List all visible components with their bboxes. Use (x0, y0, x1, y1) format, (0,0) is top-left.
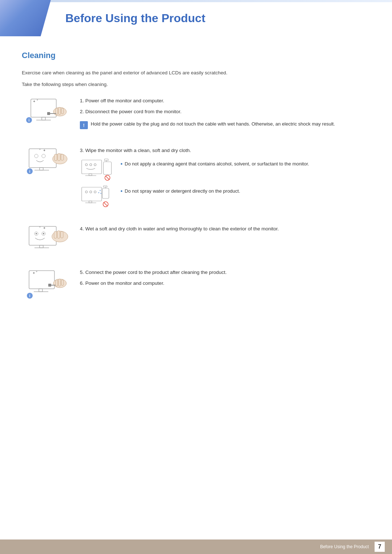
svg-rect-23 (61, 154, 64, 160)
step-text-4: 4. Wet a soft and dry cloth in water and… (80, 225, 370, 233)
svg-rect-8 (47, 112, 50, 115)
svg-rect-16 (40, 168, 43, 170)
svg-rect-39 (82, 187, 102, 201)
bullet-item-2: • Do not spray water or detergent direct… (121, 188, 370, 196)
svg-rect-63 (61, 231, 63, 238)
bullet-row-1: • Do not apply a cleaning agent that con… (80, 158, 370, 182)
header-accent (0, 0, 51, 36)
svg-rect-21 (54, 154, 57, 161)
svg-text:✦: ✦ (43, 226, 46, 230)
step-content-3: 3. Wipe the monitor with a clean, soft a… (80, 145, 370, 213)
svg-point-32 (90, 164, 92, 166)
svg-rect-45 (102, 188, 109, 198)
page-footer: Before Using the Product 7 (0, 539, 392, 554)
svg-rect-22 (58, 153, 60, 161)
svg-rect-67 (39, 289, 42, 292)
step-text-1b: 2. Disconnect the power cord from the mo… (80, 108, 370, 116)
step-image-56: i ✦ ✦ (22, 267, 73, 303)
warning-text-1: Hold the power cable by the plug and do … (91, 120, 335, 128)
svg-text:!: ! (83, 123, 85, 128)
svg-rect-71 (58, 279, 61, 286)
svg-rect-62 (57, 231, 60, 238)
step-row-56: i ✦ ✦ 5. Connect the power cord to the p… (22, 267, 370, 303)
page-header: Before Using the Product (0, 0, 392, 36)
svg-text:✦: ✦ (43, 148, 46, 152)
svg-rect-34 (103, 162, 111, 175)
svg-text:i: i (29, 169, 30, 173)
header-stripe (0, 0, 392, 2)
bullet-dot-2: • (121, 187, 123, 196)
svg-rect-54 (40, 245, 43, 248)
svg-rect-70 (56, 280, 58, 286)
svg-line-38 (106, 176, 109, 180)
svg-point-31 (85, 164, 87, 166)
warning-box-1: ! Hold the power cable by the plug and d… (80, 118, 370, 131)
step-row-4: ✦ ✦ 4. Wet a soft and dry cloth in water… (22, 223, 370, 256)
svg-rect-28 (82, 160, 102, 174)
bullet-text-2: • Do not spray water or detergent direct… (121, 185, 370, 196)
bullet-text-1: • Do not apply a cleaning agent that con… (121, 158, 370, 168)
step-row-3: i ✦ ✦ 3. Wipe the monitor with a clean, … (22, 145, 370, 213)
svg-text:✦: ✦ (36, 270, 38, 273)
page-title: Before Using the Product (65, 12, 205, 25)
footer-label: Before Using the Product (320, 544, 369, 549)
step-text-5: 5. Connect the power cord to the product… (80, 268, 370, 276)
main-content: Cleaning Exercise care when cleaning as … (0, 36, 392, 343)
bullet-dot-1: • (121, 160, 123, 168)
section-title: Cleaning (22, 51, 370, 60)
svg-line-52 (104, 202, 107, 206)
steps-container: i ✦ ✦ 1. Power off the monitor and compu… (22, 95, 370, 303)
svg-point-59 (43, 233, 44, 234)
bullet-item-1: • Do not apply a cleaning agent that con… (121, 160, 370, 168)
svg-point-50 (101, 193, 102, 194)
svg-point-44 (94, 191, 96, 193)
svg-point-48 (100, 190, 101, 191)
svg-text:i: i (29, 118, 30, 122)
step-image-1: i ✦ ✦ (22, 95, 73, 128)
svg-point-18 (34, 154, 38, 158)
step-content-4: 4. Wet a soft and dry cloth in water and… (80, 223, 370, 236)
bullet-text-content-2: Do not spray water or detergent directly… (125, 188, 240, 195)
svg-rect-29 (89, 174, 92, 176)
bullet-text-content-1: Do not apply a cleaning agent that conta… (125, 160, 309, 168)
intro-text-2: Take the following steps when cleaning. (22, 81, 370, 89)
svg-point-33 (94, 164, 96, 166)
step-content-56: 5. Connect the power cord to the product… (80, 267, 370, 290)
svg-point-43 (90, 191, 92, 193)
svg-text:✦: ✦ (39, 148, 41, 151)
intro-text-1: Exercise care when cleaning as the panel… (22, 69, 370, 77)
svg-text:✦: ✦ (39, 226, 41, 228)
svg-rect-72 (61, 280, 64, 286)
footer-page-number: 7 (375, 542, 385, 552)
step-text-1a: 1. Power off the monitor and computer. (80, 97, 370, 105)
svg-point-49 (98, 192, 99, 193)
bullet-image-2 (80, 185, 116, 209)
svg-rect-74 (48, 284, 51, 287)
step-image-3: i ✦ ✦ (22, 145, 73, 178)
bullet-row-2: • Do not spray water or detergent direct… (80, 185, 370, 209)
svg-point-58 (36, 233, 37, 234)
svg-rect-47 (103, 186, 107, 187)
svg-text:✦: ✦ (32, 271, 35, 275)
step-row-1: i ✦ ✦ 1. Power off the monitor and compu… (22, 95, 370, 134)
svg-text:i: i (29, 294, 30, 298)
step-text-3: 3. Wipe the monitor with a clean, soft a… (80, 147, 370, 155)
svg-rect-40 (89, 201, 92, 203)
step-image-4: ✦ ✦ (22, 223, 73, 256)
svg-rect-1 (42, 117, 45, 120)
warning-icon-1: ! (80, 121, 88, 129)
svg-rect-6 (61, 108, 64, 114)
svg-rect-5 (58, 107, 61, 115)
svg-text:✦: ✦ (36, 99, 38, 101)
svg-point-42 (85, 191, 87, 193)
bullet-image-1 (80, 158, 116, 182)
svg-rect-61 (54, 231, 57, 238)
svg-text:✦: ✦ (33, 99, 36, 103)
svg-point-19 (42, 154, 45, 158)
step-content-1: 1. Power off the monitor and computer. 2… (80, 95, 370, 134)
step-text-6: 6. Power on the monitor and computer. (80, 279, 370, 287)
